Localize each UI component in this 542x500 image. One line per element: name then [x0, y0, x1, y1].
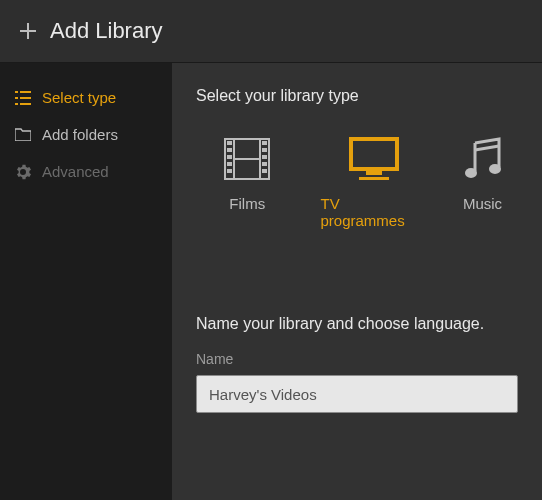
- sidebar-item-select-type[interactable]: Select type: [0, 79, 172, 116]
- svg-rect-10: [227, 148, 232, 152]
- svg-rect-16: [262, 155, 267, 159]
- plus-icon: [18, 21, 38, 41]
- svg-point-22: [465, 168, 477, 178]
- svg-rect-15: [262, 148, 267, 152]
- main-panel: Select your library type: [172, 63, 542, 500]
- sidebar-item-advanced: Advanced: [0, 153, 172, 190]
- library-type-options: Films TV programmes: [194, 135, 518, 229]
- svg-rect-20: [366, 171, 382, 175]
- music-icon: [463, 135, 503, 183]
- library-name-input[interactable]: [196, 375, 518, 413]
- type-label: Films: [229, 195, 265, 212]
- type-label: Music: [463, 195, 502, 212]
- sidebar-item-label: Select type: [42, 89, 116, 106]
- svg-point-23: [489, 164, 501, 174]
- type-music[interactable]: Music: [447, 135, 518, 229]
- svg-rect-18: [262, 169, 267, 173]
- svg-rect-3: [20, 97, 31, 99]
- svg-rect-0: [15, 91, 18, 93]
- select-type-prompt: Select your library type: [196, 87, 518, 105]
- folder-icon: [14, 128, 32, 141]
- svg-rect-14: [262, 141, 267, 145]
- add-library-dialog: Add Library Select type Add folders Adva…: [0, 0, 542, 500]
- gear-icon: [14, 164, 32, 180]
- sidebar: Select type Add folders Advanced: [0, 63, 172, 500]
- svg-rect-9: [227, 141, 232, 145]
- name-language-prompt: Name your library and choose language.: [196, 315, 518, 333]
- type-films[interactable]: Films: [194, 135, 301, 229]
- name-field-label: Name: [196, 351, 518, 367]
- dialog-title: Add Library: [50, 18, 163, 44]
- list-icon: [14, 91, 32, 105]
- type-label: TV programmes: [321, 195, 428, 229]
- svg-rect-5: [20, 103, 31, 105]
- sidebar-item-label: Add folders: [42, 126, 118, 143]
- sidebar-item-label: Advanced: [42, 163, 109, 180]
- svg-rect-4: [15, 103, 18, 105]
- tv-icon: [349, 135, 399, 183]
- type-tv-programmes[interactable]: TV programmes: [321, 135, 428, 229]
- svg-rect-17: [262, 162, 267, 166]
- svg-rect-21: [359, 177, 389, 180]
- titlebar: Add Library: [0, 0, 542, 63]
- svg-rect-1: [20, 91, 31, 93]
- svg-rect-13: [227, 169, 232, 173]
- svg-rect-2: [15, 97, 18, 99]
- film-icon: [224, 135, 270, 183]
- sidebar-item-add-folders[interactable]: Add folders: [0, 116, 172, 153]
- svg-rect-19: [351, 139, 397, 169]
- svg-rect-11: [227, 155, 232, 159]
- svg-rect-12: [227, 162, 232, 166]
